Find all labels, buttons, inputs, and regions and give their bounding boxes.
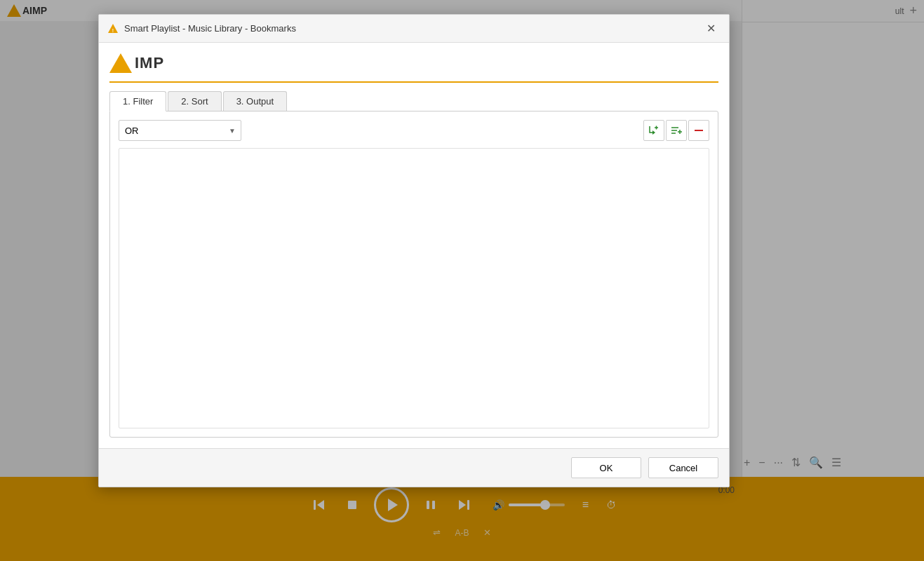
dialog-footer: OK Cancel: [99, 448, 729, 487]
dialog-logo: IMP: [109, 53, 718, 83]
add-child-icon: [648, 124, 660, 137]
logo-large-triangle: [109, 53, 132, 73]
svg-text:!: !: [112, 28, 114, 33]
add-child-condition-button[interactable]: [643, 120, 664, 141]
tab-content: OR AND ▼: [109, 111, 718, 438]
dialog-body: IMP 1. Filter 2. Sort 3. Output OR AND: [99, 43, 729, 448]
smart-playlist-dialog: ! Smart Playlist - Music Library - Bookm…: [98, 14, 730, 487]
dialog-title-text: Smart Playlist - Music Library - Bookmar…: [124, 23, 296, 34]
filter-conditions-area: [119, 148, 709, 428]
tab-filter[interactable]: 1. Filter: [109, 91, 166, 111]
add-icon: [670, 124, 683, 137]
remove-condition-button[interactable]: [688, 120, 709, 141]
filter-toolbar: OR AND ▼: [119, 120, 709, 141]
logo-large-text: IMP: [135, 54, 164, 72]
dialog-title-area: ! Smart Playlist - Music Library - Bookm…: [107, 23, 296, 34]
tab-bar: 1. Filter 2. Sort 3. Output: [109, 91, 718, 111]
dialog-close-button[interactable]: ✕: [701, 19, 721, 39]
dialog-titlebar: ! Smart Playlist - Music Library - Bookm…: [99, 15, 729, 43]
dialog-title-icon: !: [107, 23, 119, 34]
tab-sort[interactable]: 2. Sort: [168, 91, 221, 111]
remove-icon: [692, 124, 705, 137]
condition-select[interactable]: OR AND: [119, 120, 241, 141]
cancel-button[interactable]: Cancel: [648, 457, 718, 478]
filter-buttons: [643, 120, 709, 141]
condition-select-wrapper: OR AND ▼: [119, 120, 241, 141]
tab-output[interactable]: 3. Output: [223, 91, 287, 111]
add-condition-button[interactable]: [666, 120, 687, 141]
ok-button[interactable]: OK: [571, 457, 641, 478]
svg-marker-10: [652, 130, 655, 135]
